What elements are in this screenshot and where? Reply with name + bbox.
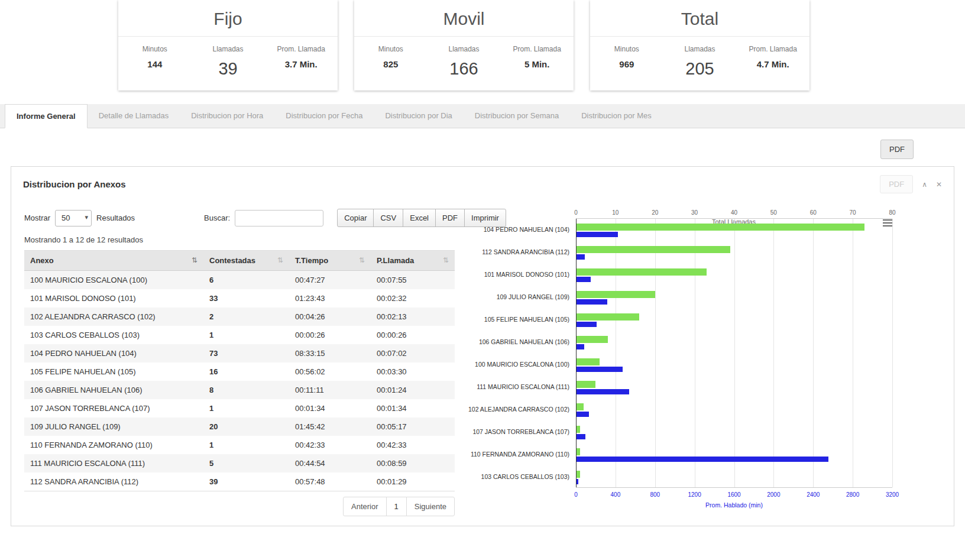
bar-total-llamadas[interactable] [576,224,864,231]
tab-informe-general[interactable]: Informe General [5,104,88,128]
bar-total-llamadas[interactable] [576,313,639,321]
distribucion-anexos-panel: Distribucion por Anexos PDF ∧ ✕ Mostrar … [11,166,954,526]
report-tabs: Informe GeneralDetalle de LlamadasDistri… [0,104,965,128]
bar-prom-hablado[interactable] [576,277,591,282]
bar-total-llamadas[interactable] [576,471,580,478]
top-axis-tick: 50 [770,209,777,216]
summary-card-movil: MovilMinutos825Llamadas166Prom. Llamada5… [354,0,574,90]
search-input[interactable] [235,210,323,226]
p-llamada-cell: 00:07:55 [371,271,455,290]
table-row: 109 JULIO RANGEL (109)2001:45:4200:05:17 [24,417,455,436]
top-axis-tick: 20 [652,209,658,216]
p-llamada-cell: 00:05:17 [371,417,455,436]
bar-prom-hablado[interactable] [576,344,584,349]
chart-bar-group [576,219,892,241]
anexo-cell: 104 PEDRO NAHUELAN (104) [24,344,203,362]
chart-category-label: 107 JASON TORREBLANCA (107) [470,420,576,443]
summary-cards-row: FijoMinutos144Llamadas39Prom. Llamada3.7… [0,0,965,90]
metric-prom-llamada: Prom. Llamada4.7 Min. [736,45,809,79]
pagination-prev-button[interactable]: Anterior [343,497,387,516]
bar-prom-hablado[interactable] [576,457,828,462]
bar-total-llamadas[interactable] [576,403,584,410]
sort-icon[interactable]: ⇅ [192,256,197,264]
bar-total-llamadas[interactable] [576,291,655,298]
contestadas-cell: 8 [203,381,289,399]
column-header-label: Contestadas [209,256,255,265]
bar-total-llamadas[interactable] [576,268,707,276]
tab-distribucion-por-fecha[interactable]: Distribucion por Fecha [274,104,374,128]
chart-plot-area: Prom. Hablado (min) 01020304050607080040… [576,218,892,488]
chart-category-label: 101 MARISOL DONOSO (101) [470,263,576,286]
t-tiempo-cell: 00:01:34 [289,399,371,417]
bar-total-llamadas[interactable] [576,358,600,365]
bar-prom-hablado[interactable] [576,254,585,260]
top-axis-tick: 40 [731,209,737,216]
bar-total-llamadas[interactable] [576,381,595,388]
contestadas-cell: 1 [203,326,289,344]
contestadas-cell: 6 [203,271,289,290]
bar-prom-hablado[interactable] [576,232,618,237]
table-section: Mostrar 50 ▾ Resultados Buscar: CopiarCS… [24,197,457,516]
bar-total-llamadas[interactable] [576,426,580,433]
metric-value: 166 [428,59,501,79]
chart-bar-group [576,376,892,399]
column-header-anexo[interactable]: Anexo⇅ [24,251,203,271]
sort-icon[interactable]: ⇅ [443,256,449,264]
table-row: 112 SANDRA ARANCIBIA (112)3900:57:4800:0… [24,472,455,491]
metric-label: Minutos [590,45,663,53]
table-row: 103 CARLOS CEBALLOS (103)100:00:2600:00:… [24,326,455,344]
metric-label: Llamadas [663,45,737,53]
collapse-icon[interactable]: ∧ [922,180,927,189]
tab-distribucion-por-mes[interactable]: Distribucion por Mes [570,104,663,128]
pagination-page-1[interactable]: 1 [386,497,407,516]
bar-prom-hablado[interactable] [576,434,585,439]
gridline [892,219,893,487]
pdf-export-button[interactable]: PDF [880,140,914,159]
pagination: Anterior 1 Siguiente [24,497,455,516]
table-row: 110 FERNANDA ZAMORANO (110)100:42:3300:4… [24,436,455,454]
p-llamada-cell: 00:01:34 [371,399,455,417]
bottom-axis-tick: 2000 [767,491,780,498]
top-axis-tick: 30 [691,209,698,216]
tab-distribucion-por-semana[interactable]: Distribucion por Semana [464,104,570,128]
close-icon[interactable]: ✕ [936,180,942,189]
top-axis-tick: 0 [574,209,578,216]
chart-category-label: 104 PEDRO NAHUELAN (104) [470,218,576,241]
bar-prom-hablado[interactable] [576,299,607,305]
metric-value: 205 [663,59,737,79]
bar-total-llamadas[interactable] [576,336,608,343]
bar-total-llamadas[interactable] [576,448,580,455]
export-button-copiar[interactable]: Copiar [337,209,374,227]
t-tiempo-cell: 08:33:15 [289,344,371,362]
summary-card-total: TotalMinutos969Llamadas205Prom. Llamada4… [590,0,809,90]
metric-label: Llamadas [428,45,501,53]
bar-total-llamadas[interactable] [576,246,730,253]
column-header-contestadas[interactable]: Contestadas⇅ [203,251,289,271]
chart-bar-group [576,264,892,286]
tab-distribucion-por-dia[interactable]: Distribucion por Dia [374,104,463,128]
export-button-excel[interactable]: Excel [403,209,436,227]
column-header-t-tiempo[interactable]: T.Tiempo⇅ [289,251,371,271]
p-llamada-cell: 00:01:29 [371,472,455,491]
bar-prom-hablado[interactable] [576,322,597,327]
bar-prom-hablado[interactable] [576,412,589,417]
sort-icon[interactable]: ⇅ [359,256,365,264]
metric-minutos: Minutos825 [354,45,428,79]
bar-prom-hablado[interactable] [576,389,629,394]
p-llamada-cell: 00:00:26 [371,326,455,344]
tab-detalle-de-llamadas[interactable]: Detalle de Llamadas [88,104,180,128]
sort-icon[interactable]: ⇅ [277,256,283,264]
chart-section: Total Llamadas 104 PEDRO NAHUELAN (104)1… [457,197,942,516]
top-toolbar: PDF [0,128,965,159]
page-size-select[interactable]: 50 [55,210,92,226]
anexo-cell: 107 JASON TORREBLANCA (107) [24,399,203,417]
pagination-next-button[interactable]: Siguiente [406,497,455,516]
tab-distribucion-por-hora[interactable]: Distribucion por Hora [180,104,274,128]
panel-body: Mostrar 50 ▾ Resultados Buscar: CopiarCS… [11,197,954,516]
card-title: Fijo [118,0,338,37]
card-title: Movil [354,0,574,37]
bar-prom-hablado[interactable] [576,367,623,372]
panel-pdf-button[interactable]: PDF [880,175,913,193]
column-header-p-llamada[interactable]: P.Llamada⇅ [371,251,455,271]
export-button-csv[interactable]: CSV [373,209,403,227]
